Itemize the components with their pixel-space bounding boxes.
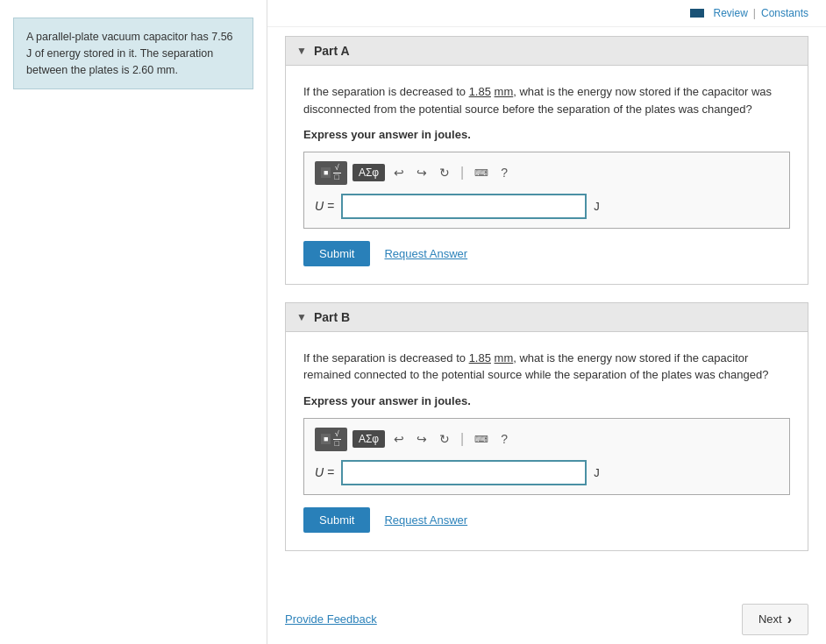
part-a-sep-value: 1.85 xyxy=(469,85,491,98)
part-a-express: Express your answer in joules. xyxy=(303,128,790,141)
part-a-sep-unit: mm xyxy=(495,85,514,98)
part-b-sep-value: 1.85 xyxy=(469,351,491,364)
separator: | xyxy=(753,7,756,19)
part-b-arrow: ▼ xyxy=(296,311,307,323)
part-a-question: If the separation is decreased to 1.85 m… xyxy=(303,83,790,117)
part-a-keyboard-btn[interactable]: ⌨ xyxy=(471,166,492,180)
part-a-header[interactable]: ▼ Part A xyxy=(285,36,808,66)
part-a-greek-btn[interactable]: ΑΣφ xyxy=(352,164,385,181)
part-b-label: Part B xyxy=(314,310,350,324)
part-b-express: Express your answer in joules. xyxy=(303,394,790,407)
part-b-refresh-btn[interactable]: ↻ xyxy=(436,430,453,448)
part-b-undo-btn[interactable]: ↩ xyxy=(390,430,408,448)
part-a-answer-box: ■ √ □ ΑΣφ ↩ xyxy=(303,152,790,229)
part-a-unit: J xyxy=(594,200,600,213)
part-a-body: If the separation is decreased to 1.85 m… xyxy=(285,66,808,285)
part-b-input-row: U = J xyxy=(315,460,779,485)
part-b-keyboard-btn[interactable]: ⌨ xyxy=(471,432,492,447)
footer-row: Provide Feedback Next › xyxy=(267,586,826,635)
part-a-arrow: ▼ xyxy=(296,45,307,57)
part-b-help-btn[interactable]: ? xyxy=(497,430,511,448)
part-b-header[interactable]: ▼ Part B xyxy=(285,302,808,332)
review-link[interactable]: Review xyxy=(713,7,747,19)
part-a-answer-input[interactable] xyxy=(341,194,587,219)
part-a-redo-btn[interactable]: ↪ xyxy=(413,164,431,181)
provide-feedback-btn[interactable]: Provide Feedback xyxy=(285,612,377,626)
main-content: Review | Constants ▼ Part A If the separ… xyxy=(267,0,826,644)
part-a-refresh-btn[interactable]: ↻ xyxy=(436,164,453,181)
part-a-request-answer-btn[interactable]: Request Answer xyxy=(384,247,467,260)
part-b-greek-btn[interactable]: ΑΣφ xyxy=(352,430,385,448)
part-b-answer-box: ■ √ □ ΑΣφ ↩ xyxy=(303,418,790,495)
part-a-button-row: Submit Request Answer xyxy=(303,241,790,266)
top-bar: Review | Constants xyxy=(267,0,826,27)
sidebar: A parallel-plate vacuum capacitor has 7.… xyxy=(0,0,267,644)
part-b-body: If the separation is decreased to 1.85 m… xyxy=(285,332,808,551)
part-a-label: Part A xyxy=(314,44,350,58)
part-b-answer-input[interactable] xyxy=(341,460,587,485)
part-a-help-btn[interactable]: ? xyxy=(497,164,511,181)
part-a-toolbar: ■ √ □ ΑΣφ ↩ xyxy=(315,161,779,185)
parts-container: ▼ Part A If the separation is decreased … xyxy=(267,27,826,586)
part-a-input-row: U = J xyxy=(315,194,779,219)
part-b-toolbar-sep: | xyxy=(460,431,464,447)
part-a-section: ▼ Part A If the separation is decreased … xyxy=(285,36,808,285)
part-b-request-answer-btn[interactable]: Request Answer xyxy=(384,513,467,527)
problem-info: A parallel-plate vacuum capacitor has 7.… xyxy=(13,18,253,89)
constants-link[interactable]: Constants xyxy=(761,7,808,19)
part-b-button-row: Submit Request Answer xyxy=(303,507,790,533)
part-b-toolbar: ■ √ □ ΑΣφ ↩ xyxy=(315,428,779,451)
review-icon xyxy=(690,9,704,18)
part-b-submit-btn[interactable]: Submit xyxy=(303,507,370,533)
next-arrow-icon: › xyxy=(787,612,792,627)
next-label: Next xyxy=(758,612,782,626)
part-a-input-label: U = xyxy=(315,199,334,213)
part-b-sep-unit: mm xyxy=(495,351,514,364)
part-b-section: ▼ Part B If the separation is decreased … xyxy=(285,302,808,551)
part-a-submit-btn[interactable]: Submit xyxy=(303,241,370,266)
part-a-math-format-btn[interactable]: ■ √ □ xyxy=(315,161,347,185)
part-b-input-label: U = xyxy=(315,465,334,479)
part-b-math-format-btn[interactable]: ■ √ □ xyxy=(315,428,347,451)
problem-info-text: A parallel-plate vacuum capacitor has 7.… xyxy=(26,31,233,76)
part-a-undo-btn[interactable]: ↩ xyxy=(390,164,408,181)
part-a-toolbar-sep: | xyxy=(460,165,464,180)
next-btn[interactable]: Next › xyxy=(742,604,808,635)
part-b-unit: J xyxy=(594,466,600,479)
part-b-question: If the separation is decreased to 1.85 m… xyxy=(303,350,790,384)
part-b-redo-btn[interactable]: ↪ xyxy=(413,430,431,448)
